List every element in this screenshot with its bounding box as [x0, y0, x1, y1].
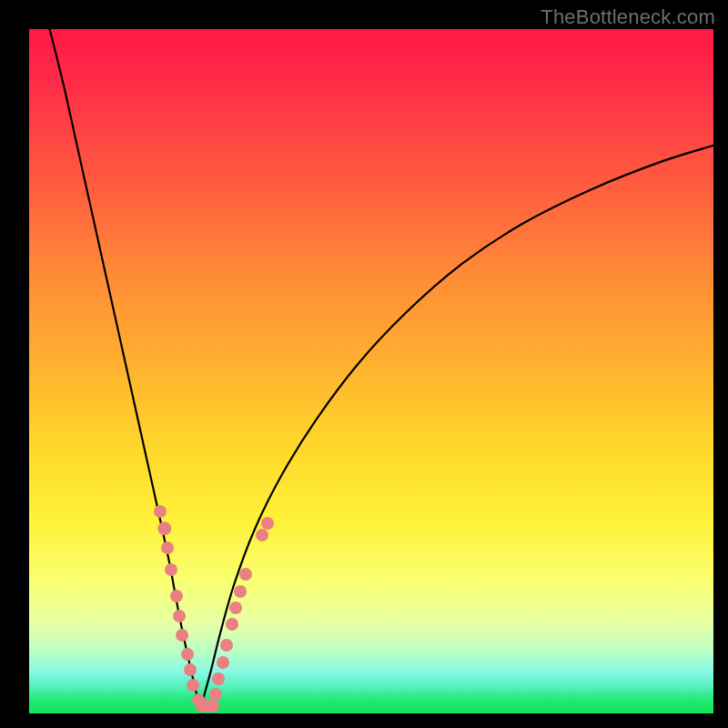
scatter-dot: [154, 505, 167, 518]
scatter-dot: [226, 618, 238, 631]
scatter-dot: [170, 590, 183, 602]
scatter-dot: [217, 656, 229, 669]
plot-area: [29, 29, 713, 713]
scatter-dot: [234, 585, 247, 598]
scatter-dot: [239, 568, 252, 581]
scatter-dot: [184, 663, 197, 676]
watermark-text: TheBottleneck.com: [541, 5, 715, 29]
scatter-dot: [261, 517, 274, 530]
scatter-dot: [176, 629, 188, 642]
scatter-dot: [181, 648, 194, 661]
scatter-dot: [173, 610, 186, 622]
chart-frame: TheBottleneck.com: [0, 0, 728, 728]
scatter-dot: [212, 672, 225, 685]
bottleneck-curve: [29, 29, 713, 713]
scatter-dot: [187, 679, 199, 692]
scatter-dot: [256, 529, 268, 541]
scatter-dot: [220, 639, 233, 652]
scatter-dot: [161, 541, 174, 554]
scatter-dot: [165, 563, 177, 576]
scatter-dot: [207, 700, 219, 713]
scatter-dot: [229, 602, 242, 614]
scatter-dot: [209, 688, 222, 701]
